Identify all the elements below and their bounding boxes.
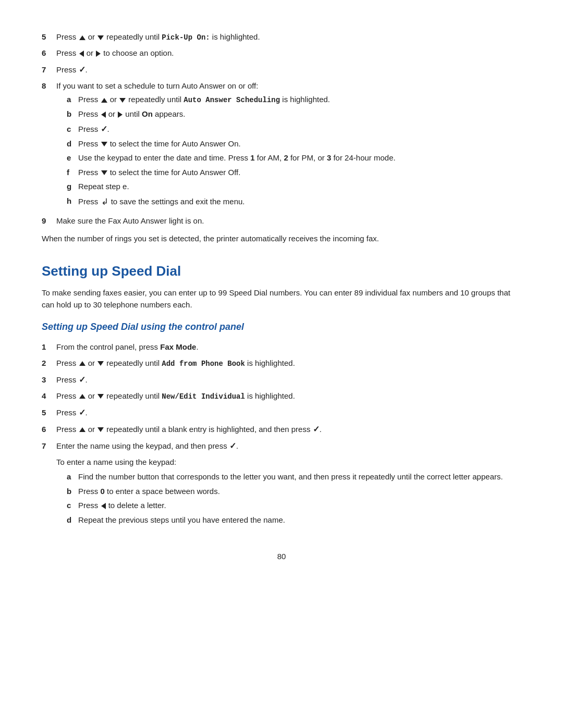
ns-content-5: Press ✓. (56, 406, 521, 419)
keypad-intro: To enter a name using the keypad: (56, 456, 521, 468)
sub-label-8b: b (67, 108, 78, 120)
check-icon: ✓ (79, 406, 85, 419)
sub-steps-8: a Press or repeatedly until Auto Answer … (67, 94, 521, 208)
mono-newedit: New/Edit Individual (162, 392, 245, 401)
keypad-content-d: Repeat the previous steps until you have… (78, 514, 521, 526)
step-9: 9 Make sure the Fax Auto Answer light is… (42, 215, 521, 227)
bold-on: On (142, 109, 153, 118)
up-arrow-icon (79, 35, 85, 40)
sub-content-8a: Press or repeatedly until Auto Answer Sc… (78, 94, 521, 106)
keypad-sub-a: a Find the number button that correspond… (67, 471, 521, 483)
mono-add-phone: Add from Phone Book (162, 360, 245, 368)
keypad-content-c: Press to delete a letter. (78, 500, 521, 512)
bold-zero: 0 (101, 487, 105, 496)
sub-step-8c: c Press ✓. (67, 123, 521, 135)
keypad-label-b: b (67, 486, 78, 498)
sub-label-8a: a (67, 94, 78, 106)
ns-step-7: 7 Enter the name using the keypad, and t… (42, 440, 521, 452)
ns-num-1: 1 (42, 341, 56, 353)
sub-label-8d: d (67, 138, 78, 150)
step-num-7: 7 (42, 64, 56, 76)
keypad-sub-d: d Repeat the previous steps until you ha… (67, 514, 521, 526)
sub-content-8e: Use the keypad to enter the date and tim… (78, 152, 521, 164)
ns-content-4: Press or repeatedly until New/Edit Indiv… (56, 390, 521, 402)
step-content-5: Press or repeatedly until Pick-Up On: is… (56, 31, 521, 43)
ns-num-3: 3 (42, 374, 56, 386)
section-intro: To make sending faxes easier, you can en… (42, 287, 521, 311)
section-title: Setting up Speed Dial (42, 261, 521, 281)
down-arrow-icon (97, 361, 104, 366)
check-icon: ✓ (313, 423, 320, 436)
sub-label-8g: g (67, 181, 78, 193)
ns-num-5: 5 (42, 407, 56, 419)
step-content-9: Make sure the Fax Auto Answer light is o… (56, 215, 521, 227)
down-arrow-icon (97, 35, 104, 40)
down-arrow-icon (119, 98, 126, 103)
bold-3: 3 (327, 153, 331, 162)
sub-label-8h: h (67, 195, 78, 207)
sub-step-8g: g Repeat step e. (67, 181, 521, 193)
step-num-6: 6 (42, 47, 56, 59)
up-arrow-icon (79, 361, 85, 366)
step-7: 7 Press ✓. (42, 64, 521, 76)
keypad-content-b: Press 0 to enter a space between words. (78, 486, 521, 498)
step-8: 8 If you want to set a schedule to turn … (42, 80, 521, 212)
check-icon: ✓ (229, 440, 236, 452)
step-5: 5 Press or repeatedly until Pick-Up On: … (42, 31, 521, 43)
left-arrow-icon (101, 503, 106, 509)
keypad-label-c: c (67, 500, 78, 512)
sub-label-8f: f (67, 167, 78, 179)
sub-label-8e: e (67, 152, 78, 164)
mono-pickup: Pick-Up On: (162, 33, 210, 42)
left-arrow-icon (101, 112, 106, 118)
closing-text: When the number of rings you set is dete… (42, 232, 521, 244)
check-icon: ✓ (79, 374, 85, 386)
bold-1: 1 (250, 153, 254, 162)
down-arrow-icon (101, 170, 107, 175)
up-arrow-icon (79, 427, 85, 432)
step-num-5: 5 (42, 31, 56, 43)
page-number: 80 (42, 551, 521, 563)
ns-num-2: 2 (42, 357, 56, 369)
right-arrow-icon (96, 51, 101, 57)
ns-step-1: 1 From the control panel, press Fax Mode… (42, 341, 521, 353)
sub-content-8d: Press to select the time for Auto Answer… (78, 138, 521, 150)
ns-step-6: 6 Press or repeatedly until a blank entr… (42, 423, 521, 436)
sub-content-8b: Press or until On appears. (78, 108, 521, 120)
ns-content-3: Press ✓. (56, 374, 521, 386)
step-content-8: If you want to set a schedule to turn Au… (56, 80, 521, 212)
ns-num-6: 6 (42, 424, 56, 436)
sub-content-8f: Press to select the time for Auto Answer… (78, 167, 521, 179)
step-num-8: 8 (42, 80, 56, 92)
down-arrow-icon (97, 394, 104, 399)
ns-step-4: 4 Press or repeatedly until New/Edit Ind… (42, 390, 521, 402)
ns-step-5: 5 Press ✓. (42, 406, 521, 419)
ns-content-2: Press or repeatedly until Add from Phone… (56, 357, 521, 369)
sub-content-8g: Repeat step e. (78, 181, 521, 193)
sub-step-8a: a Press or repeatedly until Auto Answer … (67, 94, 521, 106)
down-arrow-icon (101, 142, 107, 146)
keypad-content-a: Find the number button that corresponds … (78, 471, 521, 483)
sub-label-8c: c (67, 124, 78, 135)
ns-step-3: 3 Press ✓. (42, 374, 521, 386)
keypad-sub-b: b Press 0 to enter a space between words… (67, 486, 521, 498)
keypad-label-a: a (67, 471, 78, 483)
ns-content-6: Press or repeatedly until a blank entry … (56, 423, 521, 436)
sub-step-8h: h Press ↲ to save the settings and exit … (67, 195, 521, 209)
sub-content-8h: Press ↲ to save the settings and exit th… (78, 195, 521, 209)
sub-step-8f: f Press to select the time for Auto Answ… (67, 167, 521, 179)
keypad-label-d: d (67, 514, 78, 526)
step-6: 6 Press or to choose an option. (42, 47, 521, 59)
ns-content-7: Enter the name using the keypad, and the… (56, 440, 521, 452)
ns-num-7: 7 (42, 440, 56, 452)
ns-num-4: 4 (42, 390, 56, 402)
keypad-sub-steps: a Find the number button that correspond… (67, 471, 521, 526)
bold-2: 2 (284, 153, 288, 162)
step-content-7: Press ✓. (56, 64, 521, 76)
check-icon: ✓ (101, 123, 107, 135)
ns-content-1: From the control panel, press Fax Mode. (56, 341, 521, 353)
mono-auto-answer: Auto Answer Scheduling (183, 96, 280, 104)
ns-step-2: 2 Press or repeatedly until Add from Pho… (42, 357, 521, 369)
subsection-title: Setting up Speed Dial using the control … (42, 320, 521, 334)
sub-step-8d: d Press to select the time for Auto Answ… (67, 138, 521, 150)
